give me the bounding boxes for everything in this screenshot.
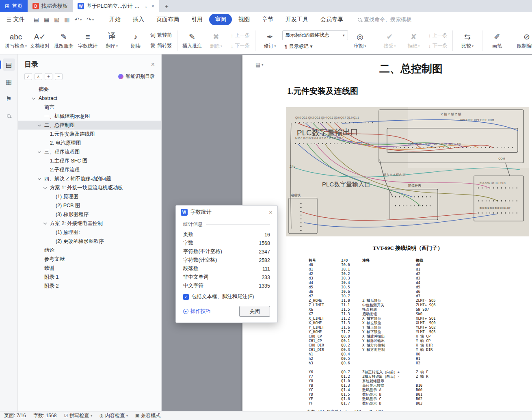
- chevron-down-icon[interactable]: [32, 96, 35, 100]
- wiring-row: Z_LIMITI1.1中位检测开关ZLMT+ SQ6: [309, 303, 532, 307]
- toc-pane-button[interactable]: ▤: [3, 58, 15, 71]
- toc-item[interactable]: (1) 原理图: [18, 192, 161, 201]
- wiring-row: Y6Q0.7Z轴正转送入（向前）+Z 轴 F: [309, 370, 532, 375]
- svg-text:Q0.0 Q0.1 Q0.2 Q0.3 Q0.4: Q0.0 Q0.1 Q0.2 Q0.3 Q0.4 Q0.5 Q0.6 Q0.7 …: [295, 116, 359, 119]
- command-search[interactable]: 查找命令、搜索模板: [358, 16, 411, 23]
- status-spellcheck-status[interactable]: ☑拼写检查▾: [64, 412, 92, 419]
- toc-item[interactable]: Abstract: [18, 94, 161, 103]
- compare-button[interactable]: ⇆比较▾: [456, 28, 479, 53]
- tab-close-icon[interactable]: ×: [151, 3, 154, 9]
- collapse-all-button[interactable]: −: [55, 73, 63, 80]
- grading-service-button[interactable]: ✎批改服务: [52, 28, 76, 53]
- restrict-editing-button[interactable]: ⊘限制编辑: [515, 28, 532, 53]
- toc-item[interactable]: 附录 1: [18, 273, 161, 281]
- select-headings-button[interactable]: ✓: [24, 73, 32, 80]
- simp-to-trad-button[interactable]: 繁简转繁: [148, 41, 174, 50]
- menu-tab-引用[interactable]: 引用: [186, 14, 208, 25]
- bookmark-pane-button[interactable]: ⚑: [3, 93, 15, 105]
- show-markup-button[interactable]: ¶显示标记▾: [282, 42, 348, 51]
- tips-link[interactable]: ▶ 操作技巧: [183, 308, 211, 315]
- toc-item[interactable]: 参考文献: [18, 255, 161, 264]
- stat-row: 字符数(不计空格)2347: [183, 247, 270, 256]
- chevron-down-icon[interactable]: [38, 177, 41, 180]
- chapters-pane-button[interactable]: ▦: [3, 76, 15, 88]
- trad-to-simp-button[interactable]: 词繁转简: [148, 31, 174, 40]
- toc-item[interactable]: 摘要: [18, 85, 161, 94]
- toc-item[interactable]: (2) 更改的梯形图程序: [18, 237, 161, 246]
- docer-tab[interactable]: D 找稻壳模板: [28, 0, 73, 12]
- home-tab[interactable]: ⊞ 首页: [0, 0, 28, 12]
- menu-tab-页面布局[interactable]: 页面布局: [151, 14, 185, 25]
- wiring-row: X7I1.3启动按钮SW0: [309, 312, 532, 316]
- document-tab[interactable]: W 基于PLC的立...设计 课程论文 ⌄ ×: [73, 0, 159, 12]
- spellcheck-icon: abc: [10, 32, 22, 41]
- toc-item[interactable]: (1) 原理图:: [18, 228, 161, 237]
- search-pane-button[interactable]: [3, 110, 15, 122]
- svg-text:24v: 24v: [290, 165, 296, 169]
- toc-item[interactable]: 方案 2: 外接继电器控制: [18, 219, 161, 228]
- menu-tab-开发工具[interactable]: 开发工具: [280, 14, 314, 25]
- prev-revision-button: ↑上一条: [426, 31, 450, 40]
- toc-item[interactable]: 致谢: [18, 264, 161, 273]
- toc-item[interactable]: 附录 2: [18, 281, 161, 290]
- status-content-check-status[interactable]: ◎内容检查▾: [99, 412, 128, 419]
- file-menu-button[interactable]: ☰ 文件: [5, 16, 26, 23]
- chevron-down-icon[interactable]: [43, 186, 47, 189]
- doc-subheading: 1.元件安装及连线图: [287, 86, 532, 97]
- search-pane-icon: [7, 114, 11, 118]
- expand-all-button[interactable]: +: [45, 73, 52, 80]
- save-icon[interactable]: ▦: [44, 16, 49, 23]
- smart-toc-button[interactable]: 智能识别目录: [118, 73, 155, 80]
- window-tabbar: ⊞ 首页 D 找稻壳模板 W 基于PLC的立...设计 课程论文 ⌄ × ＋: [0, 0, 532, 12]
- proofread-button[interactable]: A✓文档校对: [28, 28, 52, 53]
- toc-item[interactable]: 2. 电汽原理图: [18, 139, 161, 147]
- toc-item[interactable]: 结论: [18, 246, 161, 255]
- print-preview-icon[interactable]: ▥: [64, 16, 69, 23]
- menu-tab-会员专享[interactable]: 会员专享: [315, 14, 349, 25]
- chevron-down-icon[interactable]: [43, 221, 47, 225]
- new-doc-icon[interactable]: ▤: [34, 16, 39, 23]
- toc-item[interactable]: 2.子程序流程: [18, 165, 161, 174]
- tab-menu-icon[interactable]: ⌄: [144, 4, 148, 9]
- menu-tab-审阅[interactable]: 审阅: [209, 14, 232, 25]
- wiring-table: 符号I/O注释接线d0I0.0 d0d1I0.1 d1d2I0.2 d2d3I0…: [309, 258, 532, 406]
- print-icon[interactable]: ▧: [54, 16, 59, 23]
- page-settings-icon[interactable]: ▤▾: [255, 62, 263, 68]
- toc-item[interactable]: 前言: [18, 103, 161, 112]
- menu-tab-开始[interactable]: 开始: [104, 14, 126, 25]
- document-page[interactable]: ▤▾ 二、总控制图 1.元件安装及连线图: [242, 55, 532, 411]
- markup-state-dropdown[interactable]: 显示标记的最终状态▾: [282, 30, 348, 40]
- insert-comment-button[interactable]: ✎插入批注: [180, 28, 204, 53]
- status-compat-mode[interactable]: ▣兼容模式: [135, 412, 160, 419]
- menu-tab-视图[interactable]: 视图: [233, 14, 255, 25]
- close-button[interactable]: 关闭: [239, 306, 270, 317]
- toc-item[interactable]: 方案 1: 外接一块直流电机驱动板: [18, 183, 161, 192]
- ink-brush-button[interactable]: ✐画笔: [485, 28, 509, 53]
- word-count-close-icon[interactable]: ×: [269, 209, 272, 216]
- toc-item[interactable]: (2) PCB 图: [18, 201, 161, 210]
- collapse-button[interactable]: ∧: [35, 73, 42, 80]
- read-aloud-button[interactable]: ♪朗读: [124, 28, 147, 53]
- review-pane-button[interactable]: ◎审阅▾: [348, 28, 372, 53]
- include-textbox-checkbox[interactable]: ✓ 包括文本框、脚注和尾注(F): [183, 293, 270, 300]
- toc-close-icon[interactable]: ×: [151, 61, 155, 68]
- toc-item[interactable]: 1.主程序 SFC 图: [18, 156, 161, 165]
- spellcheck-button[interactable]: abc拼写检查▾: [4, 28, 28, 53]
- new-tab-button[interactable]: ＋: [159, 0, 173, 12]
- menu-tab-章节[interactable]: 章节: [256, 14, 279, 25]
- undo-icon[interactable]: ↶▾: [75, 16, 82, 23]
- menu-tab-插入[interactable]: 插入: [127, 14, 150, 25]
- toc-item[interactable]: 一、机械结构示意图: [18, 112, 161, 121]
- toc-item[interactable]: 三、程序流程图: [18, 147, 161, 156]
- toc-item[interactable]: (3) 梯形图程序: [18, 210, 161, 219]
- toc-item[interactable]: 四、解决 Z 轴不能移动的问题: [18, 174, 161, 183]
- chevron-down-icon[interactable]: [38, 150, 41, 153]
- translate-button[interactable]: 译翻译▾: [100, 28, 123, 53]
- word-count-titlebar[interactable]: W 字数统计 ×: [176, 206, 277, 219]
- toc-item[interactable]: 二、总控制图: [18, 121, 161, 130]
- chevron-down-icon[interactable]: [38, 123, 41, 126]
- track-changes-button[interactable]: ✒修订▾: [258, 28, 282, 53]
- word-count-button[interactable]: ≡字数统计: [76, 28, 99, 53]
- toc-item[interactable]: 1.元件安装及连线图: [18, 130, 161, 139]
- redo-icon[interactable]: ↷▾: [87, 16, 94, 23]
